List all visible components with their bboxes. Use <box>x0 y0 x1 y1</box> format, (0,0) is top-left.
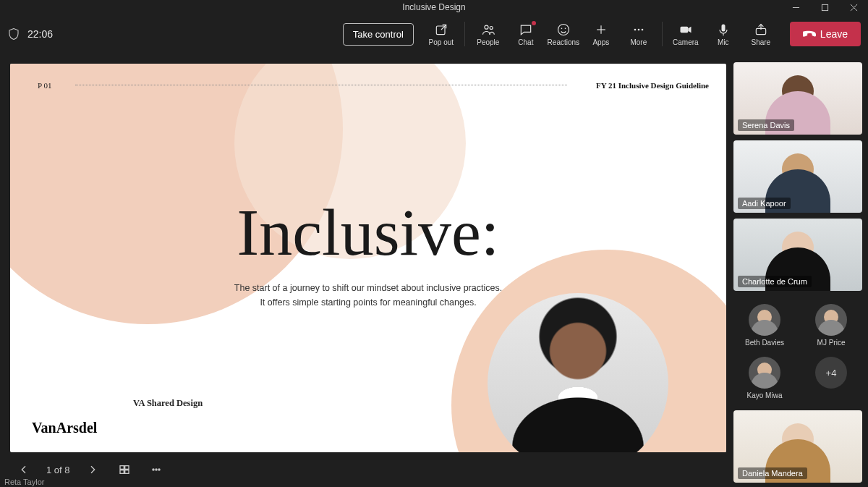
next-slide-button[interactable] <box>83 460 102 479</box>
avatar-photo <box>749 304 780 336</box>
slide-navigation: 1 of 8 <box>10 452 726 487</box>
reactions-icon <box>556 22 571 37</box>
chat-unread-badge <box>532 21 536 25</box>
svg-point-24 <box>155 469 156 470</box>
participant-avatar[interactable]: Kayo Miwa <box>741 357 788 399</box>
participant-avatars: Beth Davies MJ Price <box>733 297 862 347</box>
camera-icon <box>678 22 693 37</box>
leave-icon <box>803 27 816 41</box>
pop-out-icon <box>434 22 448 37</box>
svg-point-7 <box>558 24 569 35</box>
participant-tile[interactable]: Serena Davis <box>733 62 862 135</box>
apps-icon <box>594 22 608 37</box>
svg-point-13 <box>638 28 640 30</box>
maximize-button[interactable] <box>810 0 839 14</box>
svg-rect-16 <box>721 24 725 31</box>
svg-rect-1 <box>822 4 827 10</box>
window-title: Inclusive Design <box>402 2 465 12</box>
participant-name: Charlotte de Crum <box>738 276 812 287</box>
overflow-count: +4 <box>815 357 847 389</box>
participant-name: Aadi Kapoor <box>738 198 791 209</box>
window-controls <box>781 0 868 14</box>
slide-brand: VanArsdel <box>32 420 97 436</box>
mic-button[interactable]: Mic <box>705 20 742 49</box>
svg-point-9 <box>565 27 566 29</box>
chat-button[interactable]: Chat <box>507 20 545 49</box>
more-icon <box>631 22 646 37</box>
presenter-name: Reta Taylor <box>4 478 44 486</box>
reactions-button[interactable]: Reactions <box>545 20 582 49</box>
svg-point-23 <box>152 469 153 470</box>
participant-avatar[interactable]: MJ Price <box>808 304 854 347</box>
slide-more-button[interactable] <box>147 460 166 479</box>
chat-icon <box>519 22 533 37</box>
self-tile[interactable]: Daniela Mandera <box>733 410 862 483</box>
participant-avatars: Kayo Miwa +4 <box>733 352 862 399</box>
avatar-photo <box>749 357 780 389</box>
avatar-photo <box>815 304 847 336</box>
overflow-participants[interactable]: +4 <box>808 357 854 399</box>
svg-point-5 <box>485 25 488 29</box>
slide-divider <box>75 85 567 85</box>
participant-tile[interactable]: Charlotte de Crum <box>733 219 862 291</box>
svg-rect-21 <box>120 470 124 474</box>
more-button[interactable]: More <box>620 20 658 49</box>
svg-rect-19 <box>120 466 124 470</box>
pop-out-button[interactable]: Pop out <box>422 20 460 49</box>
slide-section-label: VA Shared Design <box>133 398 203 409</box>
participants-panel: Serena Davis Aadi Kapoor Charlotte de Cr… <box>733 54 868 487</box>
shield-icon <box>7 27 20 41</box>
take-control-button[interactable]: Take control <box>343 23 414 46</box>
svg-point-6 <box>490 26 493 29</box>
share-icon <box>754 22 768 37</box>
svg-point-8 <box>561 27 563 29</box>
title-bar: Inclusive Design <box>0 0 868 14</box>
slide-page-number: P 01 <box>38 81 51 90</box>
grid-view-button[interactable] <box>115 460 134 479</box>
meeting-timer: 22:06 <box>27 28 53 40</box>
shared-slide[interactable]: P 01 FY 21 Inclusive Design Guideline In… <box>10 64 726 452</box>
svg-rect-22 <box>124 470 128 474</box>
participant-name: Serena Davis <box>738 119 794 131</box>
leave-button[interactable]: Leave <box>790 22 861 46</box>
mic-icon <box>716 22 731 37</box>
slide-header-text: FY 21 Inclusive Design Guideline <box>596 81 709 90</box>
participant-tile[interactable]: Aadi Kapoor <box>733 140 862 213</box>
camera-button[interactable]: Camera <box>667 20 705 49</box>
slide-counter: 1 of 8 <box>46 465 70 475</box>
prev-slide-button[interactable] <box>14 460 33 479</box>
svg-rect-20 <box>124 466 128 470</box>
participant-avatar[interactable]: Beth Davies <box>741 304 788 347</box>
svg-point-14 <box>642 28 644 30</box>
apps-button[interactable]: Apps <box>582 20 620 49</box>
participant-name: Daniela Mandera <box>738 467 807 479</box>
minimize-button[interactable] <box>781 0 810 14</box>
close-button[interactable] <box>839 0 868 14</box>
svg-point-12 <box>634 28 637 30</box>
svg-rect-15 <box>680 26 688 32</box>
people-icon <box>481 22 495 37</box>
slide-title: Inclusive: <box>10 194 726 271</box>
people-button[interactable]: People <box>469 20 507 49</box>
svg-point-25 <box>158 469 159 470</box>
share-button[interactable]: Share <box>742 20 780 49</box>
meeting-toolbar: 22:06 Take control Pop out People Chat R… <box>0 14 868 54</box>
